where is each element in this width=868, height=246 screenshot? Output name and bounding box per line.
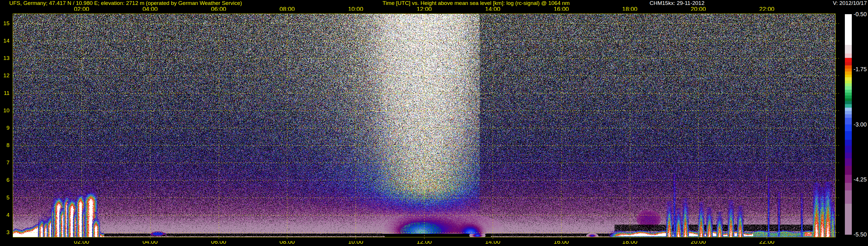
instrument-date: CHM15kx: 29-11-2012	[650, 0, 705, 6]
y-tick-label: 7.	[0, 159, 11, 166]
version-stamp: V: 2012/10/17	[819, 0, 867, 6]
colorbar-tick-label: -1.75	[854, 66, 867, 72]
colorbar-tick-label: -4.25	[854, 176, 867, 182]
y-tick-label: 11.	[0, 90, 11, 96]
y-tick-label: 12.	[0, 72, 11, 79]
plot-title: Time [UTC] vs. Height above mean sea lev…	[382, 0, 570, 6]
y-tick-label: 13.	[0, 55, 11, 61]
station-title: UFS, Germany; 47.417 N / 10.980 E; eleva…	[9, 0, 242, 6]
y-tick-label: 5.	[0, 194, 11, 201]
y-tick-label: 6.	[0, 177, 11, 183]
backscatter-heatmap	[10, 11, 842, 241]
y-tick-label: 8.	[0, 142, 11, 149]
colorbar	[845, 14, 852, 235]
y-tick-label: 10.	[0, 107, 11, 114]
colorbar-tick-label: -0.50	[854, 11, 867, 18]
ceilometer-quicklook: UFS, Germany; 47.417 N / 10.980 E; eleva…	[0, 0, 868, 246]
y-tick-label: 9.	[0, 125, 11, 131]
y-tick-label: 3.	[0, 229, 11, 236]
y-tick-label: 4.	[0, 212, 11, 218]
y-tick-label: 15.	[0, 20, 11, 27]
colorbar-tick-label: -3.00	[854, 121, 867, 127]
colorbar-tick-label: -5.50	[854, 232, 867, 238]
y-tick-label: 14.	[0, 38, 11, 44]
